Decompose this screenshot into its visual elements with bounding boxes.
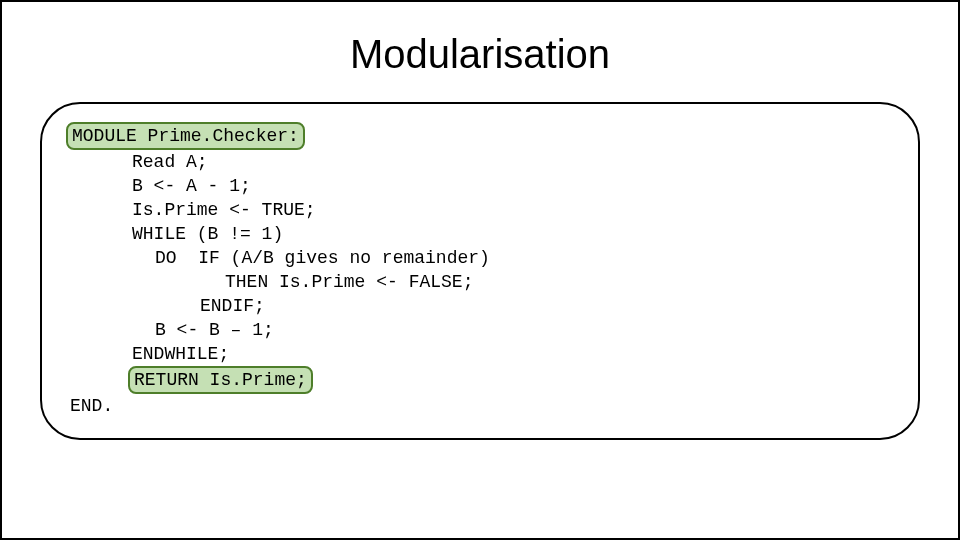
code-block: MODULE Prime.Checker: Read A; B <- A - 1…: [40, 102, 920, 440]
code-line: ENDIF;: [70, 294, 890, 318]
code-line: DO IF (A/B gives no remainder): [70, 246, 890, 270]
code-line: RETURN Is.Prime;: [70, 366, 890, 394]
code-line: ENDWHILE;: [70, 342, 890, 366]
code-line: Read A;: [70, 150, 890, 174]
code-line: THEN Is.Prime <- FALSE;: [70, 270, 890, 294]
code-line: WHILE (B != 1): [70, 222, 890, 246]
code-line: B <- B – 1;: [70, 318, 890, 342]
highlight-module-header: MODULE Prime.Checker:: [66, 122, 305, 150]
code-line: B <- A - 1;: [70, 174, 890, 198]
slide-title: Modularisation: [32, 32, 928, 77]
slide: Modularisation MODULE Prime.Checker: Rea…: [0, 0, 960, 540]
code-line: Is.Prime <- TRUE;: [70, 198, 890, 222]
highlight-return: RETURN Is.Prime;: [128, 366, 313, 394]
code-line: END.: [70, 394, 890, 418]
code-line: MODULE Prime.Checker:: [70, 122, 890, 150]
